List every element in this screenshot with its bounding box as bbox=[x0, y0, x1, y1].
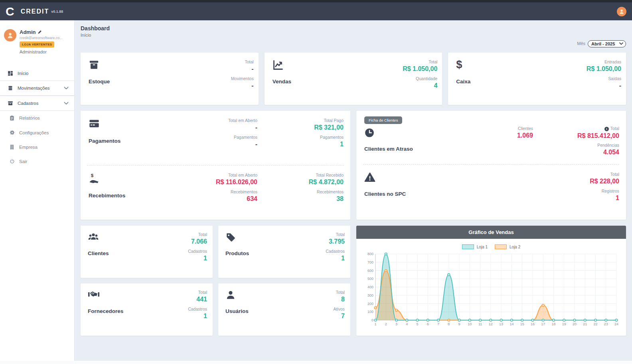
stat-value: - bbox=[174, 65, 254, 73]
user-name: Admin bbox=[20, 29, 63, 35]
tag-icon bbox=[225, 232, 277, 246]
month-select[interactable]: Abril - 2025 bbox=[588, 40, 626, 47]
card-vendas: Vendas Total R$ 1.050,00 Quantidade 4 bbox=[265, 53, 442, 105]
card-fornecedores: Fornecedores Total 441 Cadastros 1 bbox=[81, 283, 213, 336]
stat-value: 1 bbox=[257, 141, 344, 148]
chart-line-icon bbox=[273, 59, 358, 73]
stat-label: iTotal bbox=[533, 126, 619, 131]
legend-label: Loja 1 bbox=[477, 245, 488, 249]
svg-text:21: 21 bbox=[583, 322, 587, 326]
stat-label: Total bbox=[139, 232, 207, 237]
clipboard-icon bbox=[9, 115, 15, 121]
svg-text:14: 14 bbox=[510, 322, 514, 326]
stat-value: 3.795 bbox=[277, 238, 345, 245]
recebimentos-section: $ Recebimentos Total em Aberto R$ 116.02… bbox=[87, 165, 344, 220]
sidebar: Admin credit@anronsoftware.co... LOJA VE… bbox=[0, 20, 75, 364]
stat-label: Total bbox=[277, 232, 345, 237]
user-avatar-button[interactable] bbox=[617, 7, 626, 16]
legend-item-loja2[interactable]: Loja 2 bbox=[495, 244, 520, 249]
card-pagamentos-recebimentos: Pagamentos Total em Aberto - Pagamentos … bbox=[81, 111, 350, 220]
stat-label: Recebimentos bbox=[257, 189, 344, 194]
svg-text:1: 1 bbox=[374, 322, 376, 326]
clientes-atraso-section: Ficha de Clientes Clientes em Atraso Cli… bbox=[363, 111, 619, 164]
svg-text:10: 10 bbox=[468, 322, 472, 326]
chevron-down-icon bbox=[64, 87, 69, 90]
stat-label: Clientes bbox=[447, 126, 533, 131]
sidebar-item-sair[interactable]: Sair bbox=[0, 154, 74, 168]
stat-value: 1 bbox=[533, 195, 619, 202]
user-role: Administrador bbox=[20, 49, 63, 54]
svg-text:16: 16 bbox=[531, 322, 535, 326]
stat-value: R$ 116.026,00 bbox=[171, 179, 257, 186]
stat-value: 8 bbox=[277, 296, 345, 303]
svg-text:12: 12 bbox=[489, 322, 493, 326]
clock-icon bbox=[364, 128, 447, 141]
stat-label: Pendências bbox=[533, 143, 619, 148]
stat-label: Total bbox=[533, 172, 619, 177]
sidebar-item-movimentacoes[interactable]: Movimentações bbox=[0, 81, 74, 96]
stat-value: R$ 4.872,00 bbox=[257, 179, 344, 186]
svg-text:500: 500 bbox=[367, 277, 373, 281]
stat-label: Total bbox=[357, 59, 437, 64]
legend-item-loja1[interactable]: Loja 1 bbox=[462, 244, 488, 249]
sidebar-item-label: Movimentações bbox=[18, 86, 50, 91]
stat-value: 38 bbox=[257, 195, 344, 203]
svg-text:18: 18 bbox=[551, 322, 555, 326]
svg-text:23: 23 bbox=[604, 322, 608, 326]
svg-text:7: 7 bbox=[437, 322, 439, 326]
sidebar-item-configuracoes[interactable]: Configurações bbox=[0, 125, 74, 140]
sidebar-item-cadastros[interactable]: Cadastros bbox=[0, 96, 74, 111]
svg-text:600: 600 bbox=[367, 269, 373, 273]
card-clientes-atraso-spc: Ficha de Clientes Clientes em Atraso Cli… bbox=[356, 111, 626, 220]
stat-value: 1.069 bbox=[447, 132, 533, 139]
stat-label: Movimentos bbox=[174, 76, 254, 81]
card-title: Estoque bbox=[89, 79, 174, 85]
filter-row: Mês Abril - 2025 bbox=[81, 40, 626, 47]
ficha-clientes-button[interactable]: Ficha de Clientes bbox=[364, 116, 402, 124]
sidebar-item-label: Relatórios bbox=[19, 116, 40, 120]
stat-label: Recebimentos bbox=[171, 189, 257, 194]
svg-text:19: 19 bbox=[562, 322, 566, 326]
users-group-icon bbox=[88, 232, 139, 246]
card-title: Recebimentos bbox=[89, 193, 171, 199]
sidebar-item-relatorios[interactable]: Relatórios bbox=[0, 111, 74, 125]
svg-text:15: 15 bbox=[520, 322, 524, 326]
svg-text:100: 100 bbox=[367, 310, 373, 314]
sales-chart-card: Gráfico de Vendas Loja 1 Loja 2 01002003… bbox=[356, 226, 626, 336]
stat-value: R$ 1.050,00 bbox=[541, 65, 621, 73]
stat-value: R$ 228,00 bbox=[533, 178, 619, 185]
sidebar-item-inicio[interactable]: Início bbox=[0, 66, 74, 81]
card-clientes: Clientes Total 7.066 Cadastros 1 bbox=[81, 226, 213, 278]
stat-value: 7.066 bbox=[139, 238, 207, 245]
stat-label: Registros bbox=[533, 189, 619, 193]
clientes-spc-section: Clientes no SPC Total R$ 228,00 Registro… bbox=[363, 165, 619, 220]
svg-text:3: 3 bbox=[395, 322, 397, 326]
stat-label: Total em Aberto bbox=[171, 173, 257, 177]
stat-label: Total bbox=[174, 59, 254, 64]
svg-text:11: 11 bbox=[478, 322, 482, 326]
power-icon bbox=[9, 159, 15, 164]
stat-value: - bbox=[174, 82, 254, 89]
stat-value: - bbox=[171, 141, 257, 148]
sales-area-chart: 0100200300400500600700800123456789101112… bbox=[362, 251, 620, 329]
chart-title: Gráfico de Vendas bbox=[356, 226, 626, 239]
month-select-wrap: Abril - 2025 bbox=[588, 40, 626, 47]
stat-value: 4 bbox=[357, 82, 437, 89]
card-usuarios: Usuários Total 8 Ativos 7 bbox=[218, 283, 350, 336]
hand-money-icon: $ bbox=[89, 173, 171, 186]
stat-label: Entradas bbox=[541, 59, 621, 64]
sidebar-item-empresa[interactable]: Empresa bbox=[0, 140, 74, 154]
legend-swatch bbox=[495, 244, 507, 249]
sidebar-item-label: Cadastros bbox=[18, 101, 38, 106]
svg-text:4: 4 bbox=[406, 322, 408, 326]
card-title: Produtos bbox=[225, 250, 277, 256]
svg-text:6: 6 bbox=[427, 322, 429, 326]
edit-pencil-icon[interactable] bbox=[38, 30, 42, 34]
bottom-strip bbox=[0, 361, 632, 364]
person-icon bbox=[619, 9, 624, 14]
stat-label: Total Pago bbox=[257, 118, 344, 123]
stat-value: 7 bbox=[277, 313, 345, 320]
sidebar-item-label: Início bbox=[18, 71, 29, 76]
user-icon bbox=[225, 290, 277, 303]
stat-value: R$ 815.412,00 bbox=[533, 132, 619, 140]
